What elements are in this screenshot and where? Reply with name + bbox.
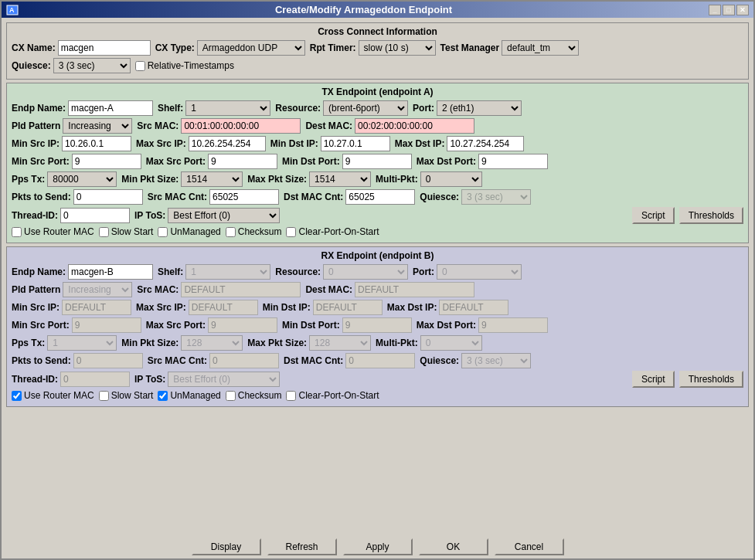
tx-min-pkt-size-select[interactable]: 1514 <box>181 171 243 187</box>
tx-row7: Thread-ID: IP ToS: Best Effort (0) Scrip… <box>12 207 743 224</box>
tx-dst-mac-cnt-input[interactable] <box>345 189 415 205</box>
rx-pps-tx-select[interactable]: 1 <box>47 335 117 351</box>
tx-multi-pkt-select[interactable]: 0 <box>420 171 482 187</box>
tx-max-src-ip-input[interactable] <box>189 136 266 151</box>
minimize-button[interactable]: _ <box>709 5 721 15</box>
rx-dest-mac-input[interactable] <box>355 282 474 297</box>
rx-src-mac-input[interactable] <box>181 282 301 297</box>
tx-endp-name-input[interactable] <box>68 100 153 116</box>
tx-use-router-mac-label: Use Router MAC <box>24 226 94 237</box>
tx-slow-start-checkbox[interactable] <box>99 227 109 237</box>
tx-pkts-to-send-input[interactable] <box>73 189 143 205</box>
apply-button[interactable]: Apply <box>343 538 413 555</box>
tx-port-select[interactable]: 2 (eth1) <box>437 100 522 116</box>
cx-type-select[interactable]: Armageddon UDP <box>197 40 305 56</box>
tx-max-dst-ip-input[interactable] <box>447 136 524 151</box>
display-button[interactable]: Display <box>192 538 261 555</box>
cx-name-input[interactable] <box>58 40 151 56</box>
rx-slow-start-checkbox[interactable] <box>99 391 109 401</box>
rx-min-dst-ip-group: Min Dst IP: <box>263 300 383 315</box>
tx-dest-mac-label: Dest MAC: <box>305 120 352 131</box>
rx-shelf-select[interactable]: 1 <box>185 264 270 280</box>
rx-ip-tos-select[interactable]: Best Effort (0) <box>168 372 280 387</box>
relative-timestamps-checkbox[interactable] <box>135 61 145 71</box>
tx-src-mac-cnt-input[interactable] <box>209 189 279 205</box>
rx-port-select[interactable]: 0 <box>437 264 522 280</box>
tx-max-src-ip-label: Max Src IP: <box>136 138 186 149</box>
rx-clear-port-checkbox[interactable] <box>286 391 296 401</box>
rx-src-mac-cnt-input[interactable] <box>209 353 279 368</box>
tx-max-src-port-input[interactable] <box>208 154 277 169</box>
relative-timestamps-group: Relative-Timestamps <box>135 60 234 71</box>
tx-src-mac-input[interactable] <box>181 118 301 134</box>
rx-thread-id-input[interactable] <box>60 372 130 387</box>
rx-pld-pattern-select[interactable]: Increasing <box>63 282 132 297</box>
rx-min-src-ip-input[interactable] <box>62 300 131 315</box>
quiesce-select[interactable]: 3 (3 sec) <box>53 58 131 73</box>
tx-slow-start-label: Slow Start <box>111 226 154 237</box>
rx-max-dst-ip-input[interactable] <box>439 300 508 315</box>
tx-min-dst-ip-input[interactable] <box>321 136 390 151</box>
rx-max-pkt-size-select[interactable]: 128 <box>309 335 371 351</box>
tx-min-src-port-input[interactable] <box>72 154 141 169</box>
test-manager-select[interactable]: default_tm <box>502 40 579 56</box>
rx-dst-mac-cnt-input[interactable] <box>345 353 415 368</box>
tx-thread-id-input[interactable] <box>60 208 130 223</box>
tx-resource-select[interactable]: (brent-6port) <box>323 100 408 116</box>
tx-unmanaged-checkbox[interactable] <box>158 227 168 237</box>
rx-script-button[interactable]: Script <box>632 371 675 388</box>
tx-checksum-checkbox[interactable] <box>226 227 236 237</box>
tx-pps-tx-select[interactable]: 80000 <box>47 171 117 187</box>
rx-max-src-port-input[interactable] <box>208 317 277 333</box>
tx-pld-pattern-select[interactable]: Increasing <box>63 118 132 134</box>
rx-min-dst-ip-input[interactable] <box>313 300 383 315</box>
rx-thresholds-button[interactable]: Thresholds <box>679 371 743 388</box>
rx-pps-tx-label: Pps Tx: <box>12 338 45 348</box>
tx-src-mac-group: Src MAC: <box>137 118 301 134</box>
rx-quiesce-select[interactable]: 3 (3 sec) <box>461 353 531 368</box>
tx-thread-id-group: Thread-ID: <box>12 208 130 223</box>
rx-checksum-checkbox[interactable] <box>226 391 236 401</box>
rx-resource-select[interactable]: 0 <box>323 264 408 280</box>
rx-max-dst-port-input[interactable] <box>478 317 548 333</box>
tx-ip-tos-label: IP ToS: <box>134 210 165 221</box>
maximize-button[interactable]: □ <box>723 5 735 15</box>
tx-ip-tos-select[interactable]: Best Effort (0) <box>168 208 280 223</box>
tx-max-pkt-size-select[interactable]: 1514 <box>309 171 371 187</box>
tx-use-router-mac-checkbox[interactable] <box>12 227 22 237</box>
cross-connect-title: Cross Connect Information <box>12 26 743 37</box>
tx-endpoint-title: TX Endpoint (endpoint A) <box>12 87 743 97</box>
close-button[interactable]: ✕ <box>736 5 749 15</box>
tx-dest-mac-input[interactable] <box>355 118 474 134</box>
rx-min-pkt-size-select[interactable]: 128 <box>181 335 243 351</box>
tx-max-dst-port-input[interactable] <box>478 154 548 169</box>
rx-max-src-ip-input[interactable] <box>189 300 258 315</box>
rx-unmanaged-checkbox[interactable] <box>158 391 168 401</box>
tx-script-button[interactable]: Script <box>632 207 675 224</box>
rx-min-pkt-size-group: Min Pkt Size: 128 <box>121 335 243 351</box>
tx-clear-port-checkbox[interactable] <box>286 227 296 237</box>
rx-endpoint-title: RX Endpoint (endpoint B) <box>12 250 743 261</box>
rx-endp-name-input[interactable] <box>68 264 153 280</box>
rx-multi-pkt-select[interactable]: 0 <box>420 335 482 351</box>
rx-min-src-port-input[interactable] <box>72 317 141 333</box>
rx-max-dst-port-label: Max Dst Port: <box>417 320 476 331</box>
tx-src-mac-cnt-group: Src MAC Cnt: <box>148 189 279 205</box>
rx-use-router-mac-checkbox[interactable] <box>12 391 22 401</box>
tx-dst-mac-cnt-label: Dst MAC Cnt: <box>284 192 343 202</box>
rx-port-label: Port: <box>413 266 434 277</box>
tx-min-dst-port-input[interactable] <box>342 154 412 169</box>
tx-shelf-select[interactable]: 1 <box>185 100 270 116</box>
tx-pps-tx-group: Pps Tx: 80000 <box>12 171 117 187</box>
rx-dst-mac-cnt-group: Dst MAC Cnt: <box>284 353 415 368</box>
tx-thresholds-button[interactable]: Thresholds <box>679 207 743 224</box>
rpt-timer-select[interactable]: slow (10 s) <box>359 40 436 56</box>
tx-src-mac-cnt-label: Src MAC Cnt: <box>148 192 207 202</box>
tx-min-src-ip-input[interactable] <box>62 136 131 151</box>
cancel-button[interactable]: Cancel <box>495 538 564 555</box>
tx-quiesce-select[interactable]: 3 (3 sec) <box>461 189 531 205</box>
rx-pkts-to-send-input[interactable] <box>73 353 143 368</box>
refresh-button[interactable]: Refresh <box>267 538 337 555</box>
rx-min-dst-port-input[interactable] <box>342 317 412 333</box>
ok-button[interactable]: OK <box>419 538 488 555</box>
